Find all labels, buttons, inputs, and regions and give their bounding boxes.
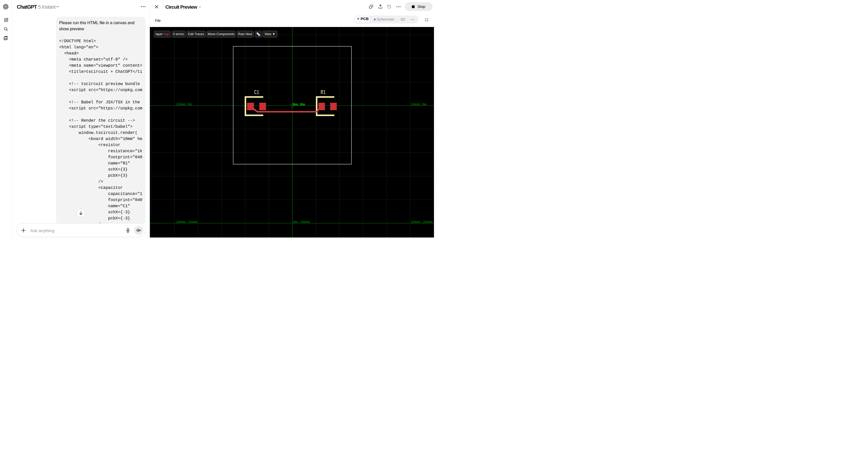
svg-text:10mm, 0m: 10mm, 0m	[411, 102, 427, 106]
svg-text:10mm, -10mm: 10mm, -10mm	[411, 220, 432, 224]
svg-text:0m, -10mm: 0m, -10mm	[293, 220, 310, 224]
svg-text:-10mm, -10mm: -10mm, -10mm	[175, 220, 198, 224]
svg-text:R1: R1	[320, 89, 326, 96]
svg-text:C1: C1	[254, 89, 259, 96]
svg-text:-10mm, 0m: -10mm, 0m	[175, 102, 192, 106]
svg-text:0m, 0m: 0m, 0m	[293, 102, 305, 106]
